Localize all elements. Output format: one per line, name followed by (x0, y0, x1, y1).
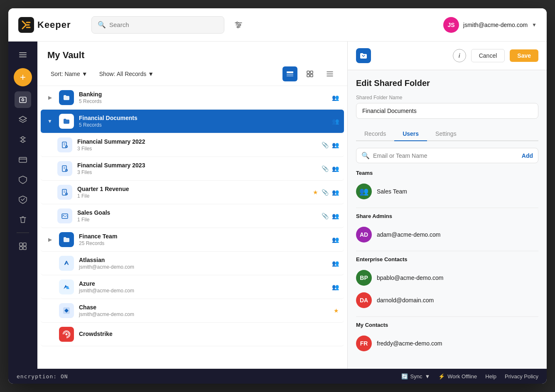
user-area[interactable]: JS jsmith@acme-demo.com ▼ (443, 17, 537, 33)
attachment-sales-icon: 📎 (322, 213, 329, 219)
svg-rect-32 (307, 74, 309, 77)
cancel-button[interactable]: Cancel (471, 49, 505, 62)
record-crowdstrike[interactable]: Crowdstrike (41, 323, 344, 346)
search-input[interactable] (109, 21, 218, 28)
view-compact-button[interactable] (322, 66, 337, 81)
edit-panel-header: i Cancel Save (348, 42, 547, 70)
star-q1-icon[interactable]: ★ (313, 189, 318, 196)
q1-revenue-sub: 1 File (77, 193, 308, 199)
folder-name-input[interactable] (356, 103, 538, 119)
q1-revenue-icon (57, 185, 72, 200)
record-financial-summary-2022[interactable]: Financial Summary 2022 3 Files 📎 👥 (41, 133, 344, 157)
sales-goals-sub: 1 File (77, 217, 317, 223)
banking-share-icon[interactable]: 👥 (332, 94, 339, 101)
finance-team-info: Finance Team 25 Records (79, 233, 327, 246)
share-2023-icon[interactable]: 👥 (332, 165, 339, 172)
view-grid-button[interactable] (302, 66, 317, 81)
svg-marker-13 (19, 116, 27, 120)
financial-docs-share-icon[interactable]: 👥 (332, 118, 339, 125)
record-azure[interactable]: Azure jsmith@acme-demo.com 👥 (41, 275, 344, 299)
work-offline-button[interactable]: ⚡ Work Offline (438, 373, 477, 380)
expand-banking-icon: ▶ (46, 95, 54, 100)
teams-section-header: Teams (356, 170, 538, 176)
search-bar[interactable]: 🔍 (91, 16, 224, 34)
user-search-input[interactable] (373, 152, 518, 159)
show-button[interactable]: Show: All Records ▼ (96, 69, 157, 79)
record-financial-documents[interactable]: ▼ Financial Documents 5 Records 👥 (41, 110, 344, 133)
record-sales-goals[interactable]: Sales Goals 1 File 📎 👥 (41, 204, 344, 228)
add-user-button[interactable]: Add (522, 152, 533, 159)
chase-sub: jsmith@acme-demo.com (79, 311, 329, 317)
share-sales-icon[interactable]: 👥 (332, 213, 339, 219)
add-button[interactable]: + (14, 68, 32, 86)
chevron-down-icon: ▼ (532, 22, 537, 28)
view-list-button[interactable] (282, 66, 297, 81)
svg-rect-29 (287, 76, 293, 76)
sync-button[interactable]: 🔄 Sync ▼ (401, 373, 430, 380)
share-2022-icon[interactable]: 👥 (332, 142, 339, 148)
star-chase-icon[interactable]: ★ (334, 307, 339, 314)
sidebar-item-grid[interactable] (15, 238, 31, 255)
svg-rect-28 (287, 74, 293, 75)
financial-docs-info: Financial Documents 5 Records (79, 115, 327, 128)
sidebar-item-vault[interactable] (15, 91, 31, 108)
finance-team-actions: 👥 (332, 236, 339, 243)
record-atlassian[interactable]: Atlassian jsmith@acme-demo.com 👥 (41, 252, 344, 275)
privacy-policy-button[interactable]: Privacy Policy (505, 373, 538, 380)
sidebar: + (8, 42, 37, 369)
sidebar-item-shield[interactable] (15, 171, 31, 188)
summary-2023-name: Financial Summary 2023 (77, 162, 317, 169)
panel-search: 🔍 Add (356, 148, 538, 163)
help-button[interactable]: Help (485, 373, 496, 380)
record-financial-summary-2023[interactable]: Financial Summary 2023 3 Files 📎 👥 (41, 157, 344, 181)
bottom-bar: encryption: ON 🔄 Sync ▼ ⚡ Work Offline H… (8, 369, 547, 384)
summary-2022-name: Financial Summary 2022 (77, 138, 317, 145)
attachment-2023-icon: 📎 (322, 165, 329, 172)
info-button[interactable]: i (453, 49, 466, 62)
q1-revenue-info: Quarter 1 Revenue 1 File (77, 186, 308, 199)
record-finance-team[interactable]: ▶ Finance Team 25 Records 👥 (41, 228, 344, 252)
financial-docs-folder-icon (59, 114, 74, 129)
tab-settings[interactable]: Settings (427, 127, 465, 141)
filter-button[interactable] (231, 17, 246, 32)
share-finance-team-icon[interactable]: 👥 (332, 236, 339, 243)
sidebar-item-card[interactable] (15, 151, 31, 168)
shield-icon (18, 175, 27, 184)
sidebar-item-layers[interactable] (15, 111, 31, 128)
banking-folder-icon (59, 90, 74, 105)
svg-rect-26 (23, 247, 26, 250)
topbar: Keeper 🔍 JS jsmith@acme-demo.com ▼ (8, 8, 547, 42)
tab-users[interactable]: Users (394, 127, 427, 141)
record-banking[interactable]: ▶ Banking 5 Records 👥 (41, 86, 344, 110)
svg-rect-27 (287, 71, 293, 73)
adam-avatar: AD (356, 227, 372, 243)
record-chase[interactable]: Chase jsmith@acme-demo.com ★ (41, 299, 344, 323)
sidebar-divider (17, 233, 29, 233)
sidebar-item-menu[interactable] (15, 47, 31, 63)
app-title: Keeper (37, 20, 71, 30)
save-button[interactable]: Save (510, 49, 538, 62)
trash-icon (18, 215, 27, 224)
banking-info: Banking 5 Records (79, 91, 327, 104)
attachment-q1-icon: 📎 (322, 189, 329, 196)
sort-button[interactable]: Sort: Name ▼ (47, 69, 91, 79)
financial-docs-actions: 👥 (332, 118, 339, 125)
share-q1-icon[interactable]: 👥 (332, 189, 339, 196)
svg-point-15 (22, 140, 24, 142)
record-quarter-1-revenue[interactable]: Quarter 1 Revenue 1 File ★ 📎 👥 (41, 181, 344, 204)
tab-records[interactable]: Records (356, 127, 394, 141)
freddy-avatar: FR (356, 336, 372, 351)
sidebar-item-records[interactable] (15, 131, 31, 148)
page-title: My Vault (47, 50, 337, 61)
crowdstrike-name: Crowdstrike (79, 331, 339, 337)
svg-rect-30 (307, 71, 309, 74)
shield-check-icon (18, 195, 27, 204)
summary-2022-actions: 📎 👥 (322, 142, 339, 148)
sales-goals-name: Sales Goals (77, 209, 317, 216)
sync-icon: 🔄 (401, 373, 408, 380)
sidebar-item-shield-check[interactable] (15, 191, 31, 208)
share-atlassian-icon[interactable]: 👥 (332, 260, 339, 267)
share-azure-icon[interactable]: 👥 (332, 284, 339, 290)
sidebar-item-trash[interactable] (15, 211, 31, 228)
sales-goals-actions: 📎 👥 (322, 213, 339, 219)
